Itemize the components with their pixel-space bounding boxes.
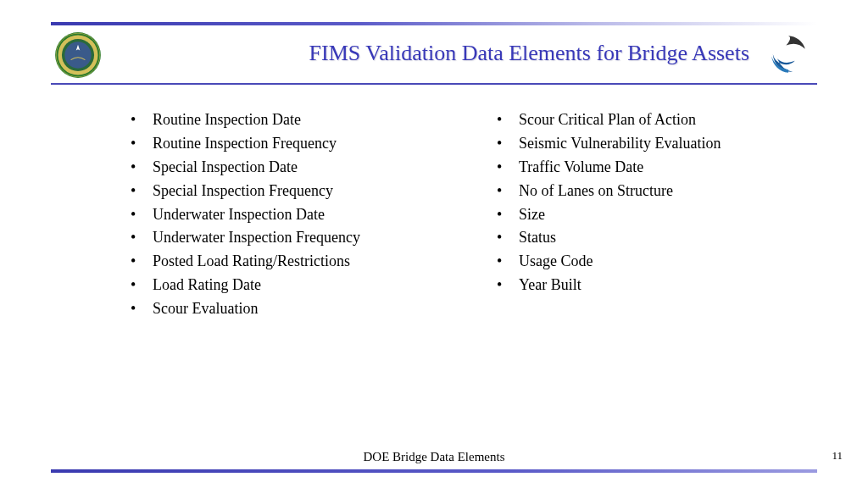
list-item: Underwater Inspection Frequency	[119, 226, 434, 250]
list-item: Load Rating Date	[119, 274, 434, 297]
doe-seal-icon	[54, 31, 102, 79]
list-item: Seismic Vulnerability Evaluation	[485, 132, 800, 156]
list-item: Size	[485, 203, 800, 227]
right-list: Scour Critical Plan of ActionSeismic Vul…	[485, 108, 800, 297]
page-number: 11	[832, 449, 843, 463]
content-area: Routine Inspection DateRoutine Inspectio…	[119, 108, 800, 321]
list-item: Special Inspection Frequency	[119, 180, 434, 203]
right-column: Scour Critical Plan of ActionSeismic Vul…	[485, 108, 800, 321]
list-item: Status	[485, 226, 800, 250]
list-item: Scour Critical Plan of Action	[485, 108, 800, 132]
list-item: Special Inspection Date	[119, 156, 434, 180]
left-list: Routine Inspection DateRoutine Inspectio…	[119, 108, 434, 321]
bottom-divider	[51, 469, 817, 473]
brand-swoosh-icon	[766, 32, 810, 76]
list-item: Usage Code	[485, 250, 800, 274]
list-item: Year Built	[485, 274, 800, 297]
page-title: FIMS Validation Data Elements for Bridge…	[102, 41, 766, 66]
list-item: Posted Load Rating/Restrictions	[119, 250, 434, 274]
list-item: Scour Evaluation	[119, 297, 434, 321]
slide-header: FIMS Validation Data Elements for Bridge…	[51, 25, 817, 85]
footer-label: DOE Bridge Data Elements	[0, 450, 868, 464]
left-column: Routine Inspection DateRoutine Inspectio…	[119, 108, 434, 321]
list-item: Underwater Inspection Date	[119, 203, 434, 227]
list-item: No of Lanes on Structure	[485, 180, 800, 203]
list-item: Routine Inspection Frequency	[119, 132, 434, 156]
list-item: Traffic Volume Date	[485, 156, 800, 180]
list-item: Routine Inspection Date	[119, 108, 434, 132]
